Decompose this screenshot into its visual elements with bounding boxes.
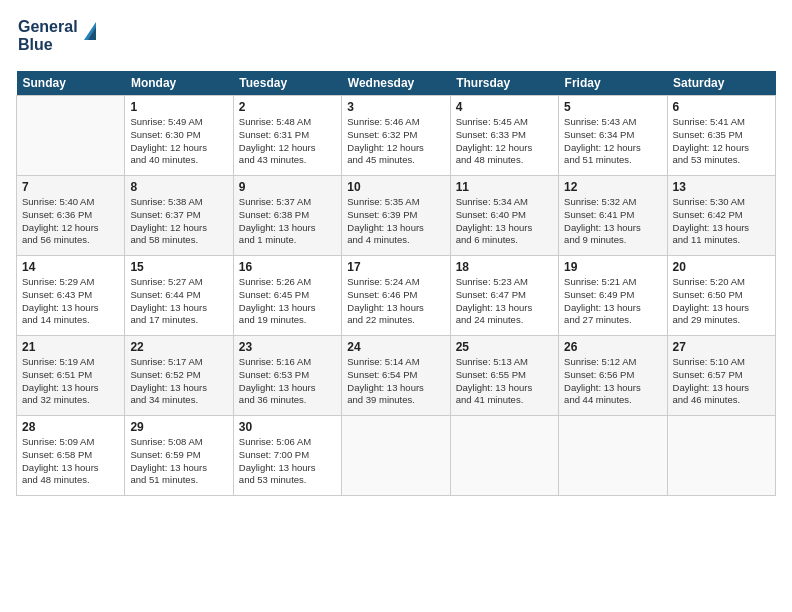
day-info: Sunrise: 5:27 AM Sunset: 6:44 PM Dayligh… [130,276,227,327]
day-number: 20 [673,260,770,274]
calendar-cell: 2Sunrise: 5:48 AM Sunset: 6:31 PM Daylig… [233,96,341,176]
calendar-cell: 26Sunrise: 5:12 AM Sunset: 6:56 PM Dayli… [559,336,667,416]
day-info: Sunrise: 5:29 AM Sunset: 6:43 PM Dayligh… [22,276,119,327]
day-number: 18 [456,260,553,274]
calendar-header-row: SundayMondayTuesdayWednesdayThursdayFrid… [17,71,776,96]
calendar-cell: 24Sunrise: 5:14 AM Sunset: 6:54 PM Dayli… [342,336,450,416]
day-number: 6 [673,100,770,114]
day-info: Sunrise: 5:49 AM Sunset: 6:30 PM Dayligh… [130,116,227,167]
calendar-cell [450,416,558,496]
calendar-cell: 12Sunrise: 5:32 AM Sunset: 6:41 PM Dayli… [559,176,667,256]
day-info: Sunrise: 5:06 AM Sunset: 7:00 PM Dayligh… [239,436,336,487]
day-info: Sunrise: 5:41 AM Sunset: 6:35 PM Dayligh… [673,116,770,167]
day-info: Sunrise: 5:45 AM Sunset: 6:33 PM Dayligh… [456,116,553,167]
day-info: Sunrise: 5:32 AM Sunset: 6:41 PM Dayligh… [564,196,661,247]
day-number: 2 [239,100,336,114]
calendar-cell: 15Sunrise: 5:27 AM Sunset: 6:44 PM Dayli… [125,256,233,336]
day-info: Sunrise: 5:20 AM Sunset: 6:50 PM Dayligh… [673,276,770,327]
day-info: Sunrise: 5:14 AM Sunset: 6:54 PM Dayligh… [347,356,444,407]
day-header-thursday: Thursday [450,71,558,96]
calendar-cell: 17Sunrise: 5:24 AM Sunset: 6:46 PM Dayli… [342,256,450,336]
calendar-cell: 3Sunrise: 5:46 AM Sunset: 6:32 PM Daylig… [342,96,450,176]
day-info: Sunrise: 5:40 AM Sunset: 6:36 PM Dayligh… [22,196,119,247]
day-number: 23 [239,340,336,354]
day-number: 22 [130,340,227,354]
day-info: Sunrise: 5:30 AM Sunset: 6:42 PM Dayligh… [673,196,770,247]
calendar-cell: 22Sunrise: 5:17 AM Sunset: 6:52 PM Dayli… [125,336,233,416]
day-info: Sunrise: 5:48 AM Sunset: 6:31 PM Dayligh… [239,116,336,167]
day-info: Sunrise: 5:16 AM Sunset: 6:53 PM Dayligh… [239,356,336,407]
day-info: Sunrise: 5:23 AM Sunset: 6:47 PM Dayligh… [456,276,553,327]
day-header-sunday: Sunday [17,71,125,96]
day-info: Sunrise: 5:35 AM Sunset: 6:39 PM Dayligh… [347,196,444,247]
day-number: 11 [456,180,553,194]
day-number: 19 [564,260,661,274]
day-info: Sunrise: 5:08 AM Sunset: 6:59 PM Dayligh… [130,436,227,487]
calendar-cell: 4Sunrise: 5:45 AM Sunset: 6:33 PM Daylig… [450,96,558,176]
day-info: Sunrise: 5:46 AM Sunset: 6:32 PM Dayligh… [347,116,444,167]
day-info: Sunrise: 5:37 AM Sunset: 6:38 PM Dayligh… [239,196,336,247]
calendar-cell: 30Sunrise: 5:06 AM Sunset: 7:00 PM Dayli… [233,416,341,496]
calendar-cell: 6Sunrise: 5:41 AM Sunset: 6:35 PM Daylig… [667,96,775,176]
week-row-0: 1Sunrise: 5:49 AM Sunset: 6:30 PM Daylig… [17,96,776,176]
calendar-cell: 19Sunrise: 5:21 AM Sunset: 6:49 PM Dayli… [559,256,667,336]
day-number: 30 [239,420,336,434]
calendar-cell: 16Sunrise: 5:26 AM Sunset: 6:45 PM Dayli… [233,256,341,336]
svg-text:Blue: Blue [18,36,53,53]
calendar-cell: 14Sunrise: 5:29 AM Sunset: 6:43 PM Dayli… [17,256,125,336]
day-info: Sunrise: 5:19 AM Sunset: 6:51 PM Dayligh… [22,356,119,407]
calendar-cell [342,416,450,496]
day-number: 3 [347,100,444,114]
day-info: Sunrise: 5:12 AM Sunset: 6:56 PM Dayligh… [564,356,661,407]
calendar-body: 1Sunrise: 5:49 AM Sunset: 6:30 PM Daylig… [17,96,776,496]
calendar-cell: 28Sunrise: 5:09 AM Sunset: 6:58 PM Dayli… [17,416,125,496]
day-info: Sunrise: 5:24 AM Sunset: 6:46 PM Dayligh… [347,276,444,327]
day-number: 16 [239,260,336,274]
week-row-2: 14Sunrise: 5:29 AM Sunset: 6:43 PM Dayli… [17,256,776,336]
calendar-cell: 11Sunrise: 5:34 AM Sunset: 6:40 PM Dayli… [450,176,558,256]
calendar-cell: 18Sunrise: 5:23 AM Sunset: 6:47 PM Dayli… [450,256,558,336]
calendar-cell: 7Sunrise: 5:40 AM Sunset: 6:36 PM Daylig… [17,176,125,256]
calendar-cell: 20Sunrise: 5:20 AM Sunset: 6:50 PM Dayli… [667,256,775,336]
calendar-cell [17,96,125,176]
calendar-cell: 5Sunrise: 5:43 AM Sunset: 6:34 PM Daylig… [559,96,667,176]
calendar-cell: 29Sunrise: 5:08 AM Sunset: 6:59 PM Dayli… [125,416,233,496]
day-header-saturday: Saturday [667,71,775,96]
calendar-cell: 21Sunrise: 5:19 AM Sunset: 6:51 PM Dayli… [17,336,125,416]
svg-text:General: General [18,18,78,35]
day-header-tuesday: Tuesday [233,71,341,96]
week-row-1: 7Sunrise: 5:40 AM Sunset: 6:36 PM Daylig… [17,176,776,256]
calendar-cell [559,416,667,496]
day-number: 12 [564,180,661,194]
day-number: 25 [456,340,553,354]
calendar-table: SundayMondayTuesdayWednesdayThursdayFrid… [16,71,776,496]
day-number: 27 [673,340,770,354]
calendar-cell: 13Sunrise: 5:30 AM Sunset: 6:42 PM Dayli… [667,176,775,256]
calendar-cell: 25Sunrise: 5:13 AM Sunset: 6:55 PM Dayli… [450,336,558,416]
day-number: 26 [564,340,661,354]
week-row-3: 21Sunrise: 5:19 AM Sunset: 6:51 PM Dayli… [17,336,776,416]
day-number: 8 [130,180,227,194]
calendar-cell: 1Sunrise: 5:49 AM Sunset: 6:30 PM Daylig… [125,96,233,176]
day-number: 10 [347,180,444,194]
day-header-monday: Monday [125,71,233,96]
day-number: 17 [347,260,444,274]
day-info: Sunrise: 5:34 AM Sunset: 6:40 PM Dayligh… [456,196,553,247]
day-info: Sunrise: 5:21 AM Sunset: 6:49 PM Dayligh… [564,276,661,327]
day-number: 24 [347,340,444,354]
day-number: 13 [673,180,770,194]
day-header-friday: Friday [559,71,667,96]
calendar-cell: 23Sunrise: 5:16 AM Sunset: 6:53 PM Dayli… [233,336,341,416]
day-info: Sunrise: 5:26 AM Sunset: 6:45 PM Dayligh… [239,276,336,327]
day-info: Sunrise: 5:09 AM Sunset: 6:58 PM Dayligh… [22,436,119,487]
logo-svg: General Blue [16,12,106,57]
day-info: Sunrise: 5:38 AM Sunset: 6:37 PM Dayligh… [130,196,227,247]
day-info: Sunrise: 5:17 AM Sunset: 6:52 PM Dayligh… [130,356,227,407]
calendar-cell: 8Sunrise: 5:38 AM Sunset: 6:37 PM Daylig… [125,176,233,256]
calendar-cell: 9Sunrise: 5:37 AM Sunset: 6:38 PM Daylig… [233,176,341,256]
day-info: Sunrise: 5:13 AM Sunset: 6:55 PM Dayligh… [456,356,553,407]
day-info: Sunrise: 5:10 AM Sunset: 6:57 PM Dayligh… [673,356,770,407]
week-row-4: 28Sunrise: 5:09 AM Sunset: 6:58 PM Dayli… [17,416,776,496]
logo: General Blue [16,12,106,61]
day-header-wednesday: Wednesday [342,71,450,96]
